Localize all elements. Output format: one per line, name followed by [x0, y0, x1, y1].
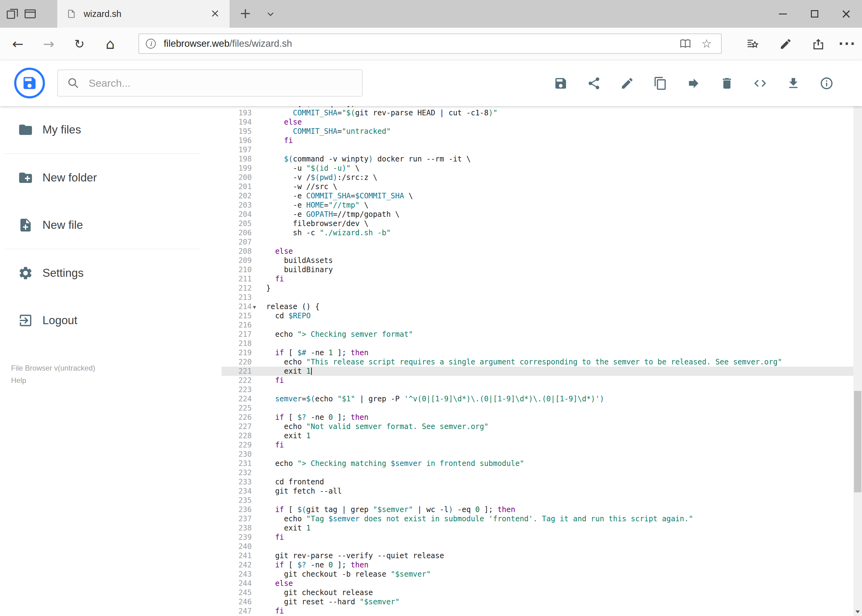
- code-line-245[interactable]: 245 git checkout release: [222, 588, 853, 597]
- code-view-button[interactable]: [753, 76, 767, 90]
- fold-marker-icon[interactable]: ▾: [253, 302, 256, 311]
- search-box[interactable]: [57, 69, 362, 97]
- save-button[interactable]: [554, 76, 568, 90]
- favorite-star-icon[interactable]: ☆: [701, 34, 712, 53]
- code-line-205[interactable]: 205 filebrowser/dev \: [222, 219, 853, 228]
- tab-preview-icon[interactable]: [24, 7, 37, 20]
- code-line-220[interactable]: 220 echo "This release script requires a…: [222, 357, 853, 366]
- code-line-240[interactable]: 240: [222, 542, 853, 551]
- vertical-scrollbar[interactable]: [853, 60, 862, 616]
- code-line-194[interactable]: 194 else: [222, 118, 853, 127]
- share-button[interactable]: [587, 76, 601, 90]
- code-line-241[interactable]: 241 git rev-parse --verify --quiet relea…: [222, 551, 853, 560]
- web-note-pen-icon[interactable]: [773, 28, 798, 60]
- code-line-224[interactable]: 224 semver=$(echo "$1" | grep -P '^v(0|[…: [222, 394, 853, 404]
- code-line-244[interactable]: 244 else: [222, 579, 853, 588]
- address-bar[interactable]: i filebrowser.web/files/wizard.sh ☆: [139, 33, 722, 54]
- code-line-230[interactable]: 230: [222, 449, 853, 459]
- code-line-212[interactable]: 212}: [222, 284, 853, 293]
- code-line-233[interactable]: 233 cd frontend: [222, 477, 853, 487]
- move-button[interactable]: [687, 76, 701, 90]
- line-number: 218: [222, 339, 252, 348]
- code-editor[interactable]: 192 if [ $? -eq 0 ]; then193 COMMIT_SHA=…: [222, 106, 853, 616]
- code-line-219[interactable]: 219 if [ $# -ne 1 ]; then: [222, 348, 853, 357]
- sidebar-item-new-file[interactable]: New file: [0, 201, 222, 249]
- code-line-225[interactable]: 225: [222, 404, 853, 413]
- download-button[interactable]: [786, 76, 801, 90]
- code-line-228[interactable]: 228 exit 1: [222, 431, 853, 440]
- info-button[interactable]: [819, 76, 834, 90]
- scrollbar-thumb[interactable]: [854, 391, 861, 492]
- sidebar-item-logout[interactable]: Logout: [0, 297, 222, 344]
- code-line-232[interactable]: 232: [222, 468, 853, 477]
- scroll-down-icon[interactable]: [853, 607, 862, 616]
- code-line-242[interactable]: 242 if [ $? -ne 0 ]; then: [222, 560, 853, 570]
- code-line-196[interactable]: 196 fi: [222, 136, 853, 145]
- tab-list-chevron-icon[interactable]: [265, 9, 276, 19]
- back-button[interactable]: ←: [7, 28, 29, 60]
- code-line-200[interactable]: 200 -v /$(pwd):/src:z \: [222, 173, 853, 182]
- rename-button[interactable]: [620, 76, 634, 90]
- code-line-218[interactable]: 218: [222, 339, 853, 348]
- code-line-229[interactable]: 229 fi: [222, 440, 853, 449]
- code-line-207[interactable]: 207: [222, 237, 853, 247]
- code-line-246[interactable]: 246 git reset --hard "$semver": [222, 597, 853, 607]
- code-line-217[interactable]: 217 echo "> Checking semver format": [222, 330, 853, 339]
- minimize-button[interactable]: [767, 0, 799, 28]
- sidebar-item-new-folder[interactable]: New folder: [0, 154, 222, 201]
- code-line-236[interactable]: 236 if [ $(git tag | grep "$semver" | wc…: [222, 505, 853, 514]
- code-line-223[interactable]: 223: [222, 385, 853, 394]
- code-line-202[interactable]: 202 -e COMMIT_SHA=$COMMIT_SHA \: [222, 191, 853, 201]
- more-menu-icon[interactable]: ···: [835, 28, 860, 60]
- favorites-hub-icon[interactable]: [740, 28, 765, 60]
- delete-button[interactable]: [720, 76, 734, 90]
- code-line-206[interactable]: 206 sh -c "./wizard.sh -b": [222, 228, 853, 237]
- code-line-195[interactable]: 195 COMMIT_SHA="untracked": [222, 127, 853, 136]
- code-line-214[interactable]: 214▾release () {: [222, 302, 853, 311]
- tab-wizard-sh[interactable]: wizard.sh ×: [57, 0, 230, 28]
- code-line-235[interactable]: 235: [222, 496, 853, 505]
- code-line-203[interactable]: 203 -e HOME="//tmp" \: [222, 201, 853, 210]
- code-line-197[interactable]: 197: [222, 145, 853, 154]
- help-link[interactable]: Help: [11, 376, 26, 385]
- close-tab-icon[interactable]: ×: [211, 0, 220, 28]
- code-line-208[interactable]: 208 else: [222, 247, 853, 256]
- site-info-icon[interactable]: i: [146, 39, 156, 49]
- code-line-213[interactable]: 213: [222, 293, 853, 302]
- share-page-icon[interactable]: [806, 28, 831, 60]
- forward-button[interactable]: →: [38, 28, 60, 60]
- code-line-238[interactable]: 238 exit 1: [222, 523, 853, 533]
- code-line-192[interactable]: 192 if [ $? -eq 0 ]; then: [222, 106, 853, 108]
- code-line-239[interactable]: 239 fi: [222, 533, 853, 542]
- code-line-201[interactable]: 201 -w //src \: [222, 182, 853, 191]
- code-line-216[interactable]: 216: [222, 321, 853, 330]
- new-tab-button[interactable]: +: [240, 0, 251, 28]
- copy-button[interactable]: [653, 76, 668, 90]
- code-line-193[interactable]: 193 COMMIT_SHA="$(git rev-parse HEAD | c…: [222, 108, 853, 118]
- code-line-227[interactable]: 227 echo "Not valid semver format. See s…: [222, 422, 853, 431]
- code-line-210[interactable]: 210 buildBinary: [222, 265, 853, 274]
- code-line-215[interactable]: 215 cd $REPO: [222, 311, 853, 321]
- search-input[interactable]: [89, 77, 347, 89]
- code-line-234[interactable]: 234 git fetch --all: [222, 487, 853, 496]
- reading-view-icon[interactable]: [679, 34, 692, 53]
- code-line-211[interactable]: 211 fi: [222, 274, 853, 284]
- code-line-222[interactable]: 222 fi: [222, 376, 853, 385]
- sidebar-item-my-files[interactable]: My files: [0, 106, 222, 154]
- set-aside-tabs-icon[interactable]: [6, 7, 19, 20]
- sidebar-item-settings[interactable]: Settings: [0, 250, 222, 297]
- refresh-button[interactable]: ↻: [68, 28, 90, 60]
- code-line-198[interactable]: 198 $(command -v winpty) docker run --rm…: [222, 154, 853, 163]
- close-window-button[interactable]: ×: [830, 0, 862, 28]
- code-line-237[interactable]: 237 echo "Tag $semver does not exist in …: [222, 514, 853, 523]
- code-line-247[interactable]: 247 fi: [222, 607, 853, 616]
- maximize-button[interactable]: [799, 0, 830, 28]
- code-line-221[interactable]: 221 exit 1: [222, 366, 853, 376]
- code-line-243[interactable]: 243 git checkout -b release "$semver": [222, 570, 853, 579]
- code-line-226[interactable]: 226 if [ $? -ne 0 ]; then: [222, 413, 853, 422]
- code-line-209[interactable]: 209 buildAssets: [222, 256, 853, 265]
- code-line-199[interactable]: 199 -u "$(id -u)" \: [222, 163, 853, 173]
- code-line-231[interactable]: 231 echo "> Checking matching $semver in…: [222, 459, 853, 468]
- code-line-204[interactable]: 204 -e GOPATH=//tmp/gopath \: [222, 210, 853, 219]
- home-button[interactable]: ⌂: [99, 28, 121, 60]
